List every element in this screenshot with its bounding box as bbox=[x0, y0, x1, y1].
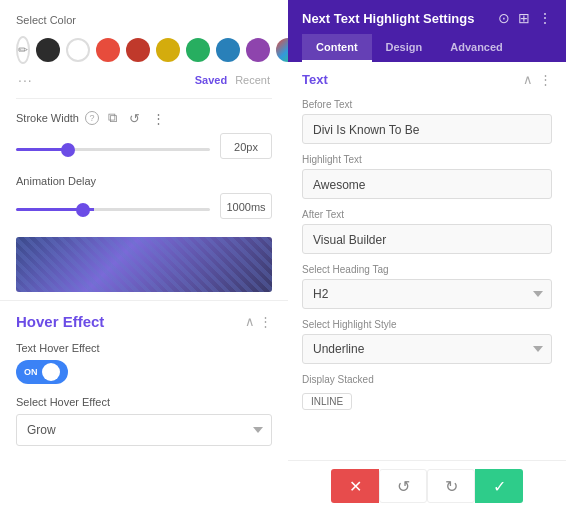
hover-effect-title: Hover Effect bbox=[16, 313, 104, 330]
tab-content[interactable]: Content bbox=[302, 34, 372, 62]
edit-color-icon[interactable]: ✏ bbox=[16, 36, 30, 64]
color-swatch-darkred[interactable] bbox=[126, 38, 150, 62]
animation-delay-label: Animation Delay bbox=[16, 175, 96, 187]
text-hover-toggle[interactable]: ON bbox=[16, 360, 68, 384]
chevron-up-icon: ∧ bbox=[245, 314, 255, 329]
saved-recent-row: ··· Saved Recent bbox=[16, 72, 272, 88]
save-check-icon: ✓ bbox=[493, 477, 506, 496]
text-section-icons: ∧ ⋮ bbox=[523, 72, 552, 87]
left-panel: Select Color ✏ ··· Saved Recent Stroke W… bbox=[0, 0, 288, 511]
saved-recent-links: Saved Recent bbox=[195, 74, 270, 86]
before-text-value[interactable]: Divi Is Known To Be bbox=[302, 114, 552, 144]
highlight-text-field: Highlight Text Awesome bbox=[302, 154, 552, 199]
redo-icon: ↻ bbox=[445, 477, 458, 496]
more-header-icon[interactable]: ⋮ bbox=[538, 10, 552, 26]
color-swatch-gradient[interactable] bbox=[276, 38, 288, 62]
highlight-style-label: Select Highlight Style bbox=[302, 319, 552, 330]
heading-tag-label: Select Heading Tag bbox=[302, 264, 552, 275]
hover-collapse-btn[interactable]: ∧ ⋮ bbox=[245, 314, 272, 329]
reset-stroke-icon[interactable]: ↺ bbox=[126, 110, 143, 127]
more-stroke-icon[interactable]: ⋮ bbox=[149, 110, 168, 127]
bottom-toolbar: ✕ ↺ ↻ ✓ bbox=[288, 460, 566, 511]
after-text-value[interactable]: Visual Builder bbox=[302, 224, 552, 254]
display-stacked-field: Display Stacked INLINE bbox=[302, 374, 552, 410]
more-colors-icon[interactable]: ··· bbox=[18, 72, 33, 88]
stroke-width-label-row: Stroke Width ? ⧉ ↺ ⋮ bbox=[16, 109, 272, 127]
highlight-style-field: Select Highlight Style Underline Backgro… bbox=[302, 319, 552, 364]
select-hover-effect-label: Select Hover Effect bbox=[16, 396, 272, 408]
right-panel: Next Text Highlight Settings ⊙ ⊞ ⋮ Conte… bbox=[288, 0, 566, 511]
cancel-icon: ✕ bbox=[349, 477, 362, 496]
color-swatch-black[interactable] bbox=[36, 38, 60, 62]
redo-button[interactable]: ↻ bbox=[427, 469, 475, 503]
animation-delay-slider-row: 1000ms bbox=[16, 193, 272, 219]
animation-delay-slider[interactable] bbox=[16, 208, 210, 211]
cancel-button[interactable]: ✕ bbox=[331, 469, 379, 503]
toggle-row: ON bbox=[16, 360, 272, 384]
preview-bar-inner bbox=[16, 237, 272, 292]
color-swatch-blue[interactable] bbox=[216, 38, 240, 62]
undo-button[interactable]: ↺ bbox=[379, 469, 427, 503]
header-icons: ⊙ ⊞ ⋮ bbox=[498, 10, 552, 26]
color-swatch-white[interactable] bbox=[66, 38, 90, 62]
color-swatch-yellow[interactable] bbox=[156, 38, 180, 62]
stroke-width-label: Stroke Width bbox=[16, 112, 79, 124]
highlight-text-label: Highlight Text bbox=[302, 154, 552, 165]
preview-bar bbox=[16, 237, 272, 292]
saved-link[interactable]: Saved bbox=[195, 74, 227, 86]
panel-header: Next Text Highlight Settings ⊙ ⊞ ⋮ Conte… bbox=[288, 0, 566, 62]
hover-effect-select[interactable]: Grow Shrink Pulse Push Float bbox=[16, 414, 272, 446]
highlight-text-value[interactable]: Awesome bbox=[302, 169, 552, 199]
grid-icon[interactable]: ⊞ bbox=[518, 10, 530, 26]
after-text-label: After Text bbox=[302, 209, 552, 220]
stroke-slider-row: 20px bbox=[16, 133, 272, 159]
hover-section-header: Hover Effect ∧ ⋮ bbox=[16, 313, 272, 330]
toggle-on-label: ON bbox=[24, 367, 38, 377]
animation-section: Animation Delay 1000ms bbox=[0, 169, 288, 229]
text-section-header: Text ∧ ⋮ bbox=[302, 72, 552, 87]
animation-delay-slider-wrap bbox=[16, 197, 210, 215]
stroke-section: Stroke Width ? ⧉ ↺ ⋮ 20px bbox=[0, 99, 288, 169]
color-section: Select Color ✏ ··· Saved Recent bbox=[0, 0, 288, 98]
panel-title: Next Text Highlight Settings bbox=[302, 11, 474, 26]
stroke-slider-wrap bbox=[16, 137, 210, 155]
color-swatches-row: ✏ bbox=[16, 36, 272, 64]
animation-delay-label-row: Animation Delay bbox=[16, 175, 272, 187]
stroke-help-icon[interactable]: ? bbox=[85, 111, 99, 125]
target-icon[interactable]: ⊙ bbox=[498, 10, 510, 26]
stroke-width-value: 20px bbox=[220, 133, 272, 159]
color-swatch-red[interactable] bbox=[96, 38, 120, 62]
before-text-label: Before Text bbox=[302, 99, 552, 110]
collapse-text-icon[interactable]: ∧ bbox=[523, 72, 533, 87]
heading-tag-select[interactable]: H2 H1 H3 H4 H5 H6 p bbox=[302, 279, 552, 309]
more-hover-icon[interactable]: ⋮ bbox=[259, 314, 272, 329]
inline-tag: INLINE bbox=[302, 393, 352, 410]
highlight-style-select[interactable]: Underline Background Border Strikethroug… bbox=[302, 334, 552, 364]
tab-bar: Content Design Advanced bbox=[302, 34, 552, 62]
more-text-icon[interactable]: ⋮ bbox=[539, 72, 552, 87]
undo-icon: ↺ bbox=[397, 477, 410, 496]
panel-title-row: Next Text Highlight Settings ⊙ ⊞ ⋮ bbox=[302, 10, 552, 26]
tab-design[interactable]: Design bbox=[372, 34, 437, 62]
color-swatch-purple[interactable] bbox=[246, 38, 270, 62]
after-text-field: After Text Visual Builder bbox=[302, 209, 552, 254]
toggle-thumb bbox=[42, 363, 60, 381]
color-swatch-green[interactable] bbox=[186, 38, 210, 62]
copy-stroke-icon[interactable]: ⧉ bbox=[105, 109, 120, 127]
heading-tag-field: Select Heading Tag H2 H1 H3 H4 H5 H6 p bbox=[302, 264, 552, 309]
hover-section: Hover Effect ∧ ⋮ Text Hover Effect ON Se… bbox=[0, 300, 288, 458]
text-section-title: Text bbox=[302, 72, 328, 87]
before-text-field: Before Text Divi Is Known To Be bbox=[302, 99, 552, 144]
animation-delay-value: 1000ms bbox=[220, 193, 272, 219]
text-hover-effect-label: Text Hover Effect bbox=[16, 342, 272, 354]
stroke-width-slider[interactable] bbox=[16, 148, 210, 151]
panel-content: Text ∧ ⋮ Before Text Divi Is Known To Be… bbox=[288, 62, 566, 460]
tab-advanced[interactable]: Advanced bbox=[436, 34, 517, 62]
display-stacked-label: Display Stacked bbox=[302, 374, 552, 385]
save-button[interactable]: ✓ bbox=[475, 469, 523, 503]
recent-link[interactable]: Recent bbox=[235, 74, 270, 86]
select-color-label: Select Color bbox=[16, 14, 272, 26]
